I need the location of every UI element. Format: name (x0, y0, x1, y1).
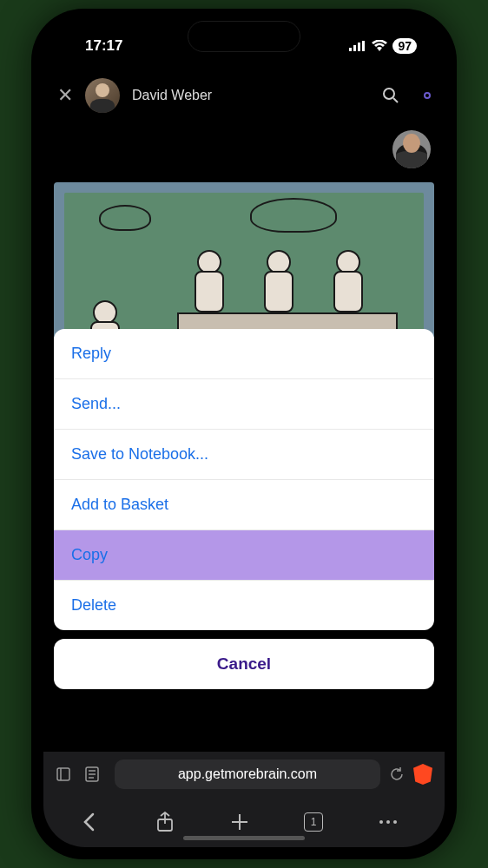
browser-address-bar: app.getmorebrain.com (43, 752, 445, 797)
tabs-icon[interactable]: 1 (304, 812, 332, 832)
menu-dot-icon[interactable] (424, 92, 431, 99)
search-icon[interactable] (382, 87, 399, 104)
more-icon[interactable] (378, 819, 406, 825)
svg-point-4 (384, 89, 394, 99)
close-icon[interactable]: ✕ (57, 84, 73, 107)
dynamic-island (188, 21, 300, 52)
action-reply[interactable]: Reply (54, 329, 434, 379)
action-add-basket[interactable]: Add to Basket (54, 480, 434, 530)
reload-icon[interactable] (389, 766, 405, 782)
status-right: 97 (349, 38, 417, 54)
phone-frame: 17:17 97 ✕ David Weber (31, 9, 457, 859)
svg-line-5 (393, 98, 398, 102)
avatar[interactable] (85, 78, 120, 113)
svg-rect-0 (349, 48, 352, 51)
action-cancel[interactable]: Cancel (54, 639, 434, 689)
action-send[interactable]: Send... (54, 379, 434, 430)
brave-shield-icon[interactable] (413, 764, 432, 785)
svg-rect-1 (353, 45, 356, 51)
battery-level: 97 (392, 38, 417, 54)
share-icon[interactable] (156, 812, 184, 832)
svg-rect-2 (358, 43, 360, 51)
svg-rect-3 (362, 41, 365, 51)
back-icon[interactable] (82, 812, 110, 832)
action-delete[interactable]: Delete (54, 581, 434, 630)
cellular-icon (349, 41, 366, 51)
app-header: ✕ David Weber (43, 71, 445, 120)
url-field[interactable]: app.getmorebrain.com (115, 760, 380, 789)
svg-point-17 (393, 820, 397, 824)
reader-icon[interactable] (85, 766, 106, 782)
wifi-icon (372, 40, 387, 52)
status-time: 17:17 (85, 37, 122, 55)
screen: 17:17 97 ✕ David Weber (43, 21, 445, 847)
action-copy[interactable]: Copy (54, 530, 434, 581)
action-sheet: Reply Send... Save to Notebook... Add to… (54, 329, 434, 689)
action-sheet-group: Reply Send... Save to Notebook... Add to… (54, 329, 434, 630)
home-indicator[interactable] (183, 836, 305, 840)
new-tab-icon[interactable] (230, 812, 258, 832)
svg-point-15 (379, 820, 383, 824)
sender-avatar[interactable] (392, 130, 431, 168)
svg-point-16 (386, 820, 390, 824)
action-save-notebook[interactable]: Save to Notebook... (54, 430, 434, 480)
content-area: Reply Send... Save to Notebook... Add to… (43, 120, 445, 752)
contact-name: David Weber (132, 88, 370, 103)
bookmark-icon[interactable] (56, 766, 76, 782)
svg-rect-6 (57, 768, 69, 780)
